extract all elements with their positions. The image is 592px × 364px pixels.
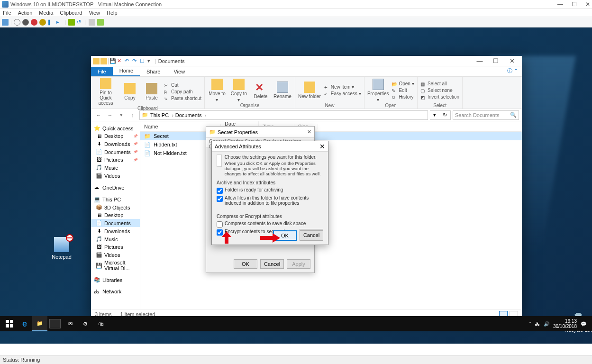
tree-videos[interactable]: 🎬Videos <box>91 251 140 259</box>
tree-downloads[interactable]: ⬇Downloads <box>91 227 140 235</box>
tree-music[interactable]: 🎵Music <box>91 235 140 243</box>
enhanced-session-icon[interactable] <box>89 19 95 26</box>
tree-downloads[interactable]: ⬇Downloads <box>91 140 140 148</box>
delete-icon[interactable]: ✕ <box>117 58 124 64</box>
tree-onedrive[interactable]: ☁OneDrive <box>91 182 140 191</box>
taskbar-explorer[interactable]: 📁 <box>32 316 47 331</box>
file-row[interactable]: 📁Secret <box>140 132 522 140</box>
tree-documents[interactable]: 📄Documents <box>91 219 140 227</box>
file-row[interactable]: 📄Hidden.txt <box>140 140 522 149</box>
turnoff-icon[interactable] <box>22 19 29 26</box>
taskbar-edge[interactable]: e <box>17 316 32 331</box>
redo-icon[interactable]: ↷ <box>132 58 139 64</box>
tray-network-icon[interactable]: 🖧 <box>535 321 540 327</box>
pin-quick-access-button[interactable]: Pin to Quick access <box>94 78 118 106</box>
menu-view[interactable]: View <box>89 10 100 16</box>
start-icon[interactable] <box>14 19 20 26</box>
paste-button[interactable]: Paste <box>142 83 161 100</box>
tree-desktop[interactable]: 🖥Desktop <box>91 132 140 140</box>
undo-icon[interactable]: ↶ <box>125 58 131 64</box>
properties-titlebar[interactable]: 📁 Secret Properties ✕ <box>206 127 314 138</box>
tree-libraries[interactable]: 📚Libraries <box>91 275 140 284</box>
tree-quick-access[interactable]: ⭐Quick access <box>91 123 140 132</box>
tree-network[interactable]: 🖧Network <box>91 287 140 295</box>
taskbar-mail[interactable]: ✉ <box>63 316 78 331</box>
new-folder-button[interactable]: New folder <box>298 82 321 99</box>
ribbon-collapse-icon[interactable]: ⓘ ⌃ <box>503 65 522 76</box>
cancel-button[interactable]: Cancel <box>260 259 284 269</box>
checkpoint-icon[interactable] <box>68 19 75 26</box>
recent-locations-button[interactable]: ▾ <box>117 110 126 120</box>
maximize-button[interactable]: ☐ <box>572 1 577 8</box>
menu-media[interactable]: Media <box>39 10 53 16</box>
tray-up-icon[interactable]: ˄ <box>529 321 531 327</box>
start-button[interactable] <box>2 316 17 331</box>
tree-music[interactable]: 🎵Music <box>91 164 140 172</box>
minimize-button[interactable]: — <box>472 57 488 64</box>
qat-dropdown-icon[interactable]: ▾ <box>147 58 154 64</box>
save-icon[interactable] <box>39 19 46 26</box>
copy-to-button[interactable]: Copy to▾ <box>229 79 248 102</box>
tree-pictures[interactable]: 🖼Pictures <box>91 156 140 164</box>
search-input[interactable]: Search Documents 🔍 <box>453 110 519 120</box>
tree-documents[interactable]: 📄Documents <box>91 148 140 156</box>
taskbar-clock[interactable]: 16:13 30/10/2018 <box>553 318 577 329</box>
tree-desktop[interactable]: 🖥Desktop <box>91 211 140 219</box>
file-row[interactable]: 📄Not Hidden.txt <box>140 149 522 157</box>
tree-this-pc[interactable]: 💻This PC <box>91 194 140 203</box>
guest-desktop[interactable]: Notepad Recycle Bin 💾 ✕ ↶ ↷ ☐ ▾ | Docume… <box>0 27 592 344</box>
revert-icon[interactable]: ↺ <box>77 19 83 26</box>
edit-button[interactable]: ✎Edit <box>392 87 414 93</box>
breadcrumb[interactable]: Documents <box>175 112 206 118</box>
adv-titlebar[interactable]: Advanced Attributes ✕ <box>212 141 328 152</box>
breadcrumb[interactable]: This PC <box>150 112 173 118</box>
easy-access-button[interactable]: ✓Easy access ▾ <box>324 91 361 97</box>
paste-shortcut-button[interactable]: ⤷Paste shortcut <box>164 95 201 101</box>
delete-button[interactable]: ✕Delete <box>251 82 270 99</box>
shutdown-icon[interactable] <box>31 19 37 26</box>
forward-button[interactable]: → <box>105 110 115 120</box>
rename-button[interactable]: Rename <box>273 82 292 99</box>
close-button[interactable]: ✕ <box>504 57 520 64</box>
copy-button[interactable]: Copy <box>120 83 139 100</box>
copy-path-button[interactable]: ⎘Copy path <box>164 89 201 95</box>
back-button[interactable]: ← <box>94 110 103 120</box>
close-button[interactable]: ✕ <box>319 143 325 150</box>
chk-compress[interactable]: Compress contents to save disk space <box>217 221 323 228</box>
new-item-button[interactable]: ✦New item ▾ <box>324 84 361 90</box>
tab-home[interactable]: Home <box>113 66 140 76</box>
tree-pictures[interactable]: 🖼Pictures <box>91 243 140 251</box>
share-icon[interactable] <box>97 19 104 26</box>
save-icon[interactable]: 💾 <box>109 58 116 64</box>
menu-file[interactable]: File <box>3 10 11 16</box>
chk-index[interactable]: Allow files in this folder to have conte… <box>217 195 323 206</box>
invert-selection-button[interactable]: ◩Invert selection <box>420 94 459 100</box>
menu-clipboard[interactable]: Clipboard <box>60 10 82 16</box>
ctrl-alt-del-icon[interactable] <box>2 19 9 26</box>
apply-button[interactable]: Apply <box>287 259 310 269</box>
pause-icon[interactable]: ‖ <box>48 19 55 26</box>
tree-msvd[interactable]: 💾Microsoft Virtual Di... <box>91 259 140 272</box>
close-button[interactable]: ✕ <box>585 1 590 8</box>
close-button[interactable]: ✕ <box>307 129 311 135</box>
select-none-button[interactable]: ▢Select none <box>420 87 459 93</box>
up-button[interactable]: ↑ <box>128 110 137 120</box>
chk-archive[interactable]: Folder is ready for archiving <box>217 187 323 194</box>
desktop-icon-notepad[interactable]: Notepad <box>45 237 78 260</box>
taskbar-store[interactable]: 🛍 <box>93 316 108 331</box>
history-button[interactable]: ↻History <box>392 94 414 100</box>
reset-icon[interactable]: ▸ <box>56 19 63 26</box>
menu-action[interactable]: Action <box>18 10 33 16</box>
menu-help[interactable]: Help <box>107 10 118 16</box>
props-icon[interactable]: ☐ <box>140 58 146 64</box>
tab-share[interactable]: Share <box>140 67 167 76</box>
taskbar-settings[interactable]: ⚙ <box>78 316 93 331</box>
select-all-button[interactable]: ▦Select all <box>420 81 459 87</box>
open-button[interactable]: 📂Open ▾ <box>392 81 414 87</box>
tree-3d-objects[interactable]: 📦3D Objects <box>91 203 140 211</box>
move-to-button[interactable]: Move to▾ <box>208 79 227 102</box>
explorer-titlebar[interactable]: 💾 ✕ ↶ ↷ ☐ ▾ | Documents — ☐ ✕ <box>91 56 522 66</box>
tray-notifications-icon[interactable]: 💬 <box>581 321 586 327</box>
taskbar-terminal[interactable] <box>49 319 61 328</box>
tab-view[interactable]: View <box>167 67 191 76</box>
